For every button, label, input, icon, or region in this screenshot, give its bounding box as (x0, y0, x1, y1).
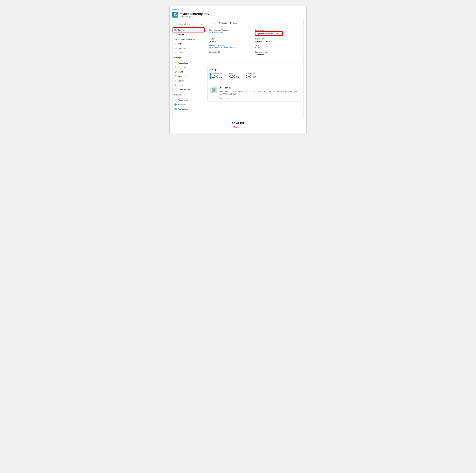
services-section-label: Services (172, 92, 204, 96)
sku-cell: SKU Basic (254, 44, 301, 50)
sidebar-item-label-export-template: Export template (178, 89, 190, 91)
metric-label-additional: Additional stor... (246, 73, 256, 74)
metric-text-used: Used 0.00 GiB (229, 73, 239, 78)
sidebar-item-tags[interactable]: 🏷️ Tags (172, 41, 204, 46)
search-input[interactable] (179, 23, 200, 25)
learn-more-link[interactable]: Learn more (219, 97, 229, 99)
provisioning-value: Succeeded (255, 53, 300, 55)
sidebar-item-label-overview: Overview (178, 29, 185, 31)
tags-icon: 🏷️ (174, 42, 177, 45)
events-icon: ⚡ (174, 51, 177, 54)
collapse-indicator[interactable]: ⌃ (205, 59, 304, 64)
login-server-label: Login server (255, 29, 300, 31)
sidebar: 🔍 « 🌐 Overview 📋 Activity log 👥 Access c… (172, 20, 205, 118)
encryption-icon: 🛡️ (174, 66, 177, 69)
sidebar-item-label-quick-start: Quick start (178, 47, 187, 49)
usage-card: Usage Included in SKU 10.0 GiB (207, 66, 301, 82)
sidebar-item-label-access-control: Access control (IAM) (178, 38, 195, 40)
overview-icon: 🌐 (174, 29, 177, 31)
page-header-text: mycontainerregistry Container registry (180, 12, 209, 18)
acr-tasks-content: ACR Tasks Build, Run, Push and Patch con… (219, 87, 298, 99)
sidebar-item-label-activity-log: Activity log (178, 34, 187, 36)
subscription-cell: Subscription (change) Visual Studio Ente… (207, 44, 254, 50)
acr-tasks-icon: ⚙️ (210, 87, 217, 93)
repositories-icon: ☁️ (174, 99, 177, 101)
sidebar-item-security[interactable]: 🛡️ Security (172, 79, 204, 83)
creation-date-label: Creation date (255, 38, 300, 40)
resource-group-value[interactable]: myresourcegroup (209, 31, 253, 34)
subscription-id-label: Subscription ID (209, 51, 253, 53)
sidebar-item-export-template[interactable]: 📄 Export template (172, 88, 204, 92)
breadcrumb-home[interactable]: Home (172, 9, 177, 11)
provisioning-label: Provisioning state (255, 51, 300, 53)
sidebar-item-events[interactable]: ⚡ Events (172, 50, 204, 55)
subscription-value[interactable]: Visual Studio Enterprise Subscription (209, 47, 253, 49)
update-button[interactable]: ⚙ Update (229, 21, 240, 25)
sidebar-item-access-keys[interactable]: 🔑 Access keys (172, 61, 204, 65)
move-label: Move (211, 22, 216, 24)
sidebar-item-label-webhooks: Webhooks (178, 104, 186, 105)
usage-metrics: Included in SKU 10.0 GiB Used 0. (210, 73, 298, 79)
sidebar-item-label-networking: Networking (178, 75, 187, 77)
metric-value-additional: 0.00 GiB (246, 75, 256, 78)
metric-included-in-sku: Included in SKU 10.0 GiB (210, 73, 223, 79)
metric-bar-included (210, 73, 211, 79)
sidebar-item-repositories[interactable]: ☁️ Repositories (172, 98, 204, 102)
delete-label: Delete (221, 22, 227, 24)
subscription-id-cell: Subscription ID (207, 50, 254, 57)
page-header: 🏗 mycontainerregistry Container registry (172, 12, 304, 18)
networking-icon: ⚙️ (174, 75, 177, 78)
sidebar-item-encryption[interactable]: 🛡️ Encryption (172, 65, 204, 70)
resource-group-cell: Resource group (change) myresourcegroup (207, 28, 254, 37)
sidebar-search-box[interactable]: 🔍 « (174, 22, 204, 26)
security-icon: 🛡️ (174, 80, 177, 82)
update-label: Update (233, 22, 238, 24)
scaler-brand-text: SCALER (172, 122, 304, 125)
delete-button[interactable]: 🗑 Delete (218, 21, 228, 25)
metric-value-used: 0.00 GiB (229, 75, 239, 78)
move-icon: → (208, 22, 210, 24)
login-server-cell: Login server mycontainerregistry.azurecr… (254, 28, 301, 37)
creation-date-value: 8/4/2020, 5:04 PM PDT (255, 40, 300, 42)
sidebar-item-label-identity: Identity (178, 71, 184, 73)
sidebar-item-locks[interactable]: 🔒 Locks (172, 83, 204, 88)
sidebar-item-identity[interactable]: 🔐 Identity (172, 70, 204, 74)
sidebar-item-label-tags: Tags (178, 43, 182, 45)
main-layout: 🔍 « 🌐 Overview 📋 Activity log 👥 Access c… (172, 20, 304, 118)
update-icon: ⚙ (230, 22, 232, 24)
breadcrumb-separator: > (178, 9, 179, 11)
access-keys-icon: 🔑 (174, 62, 177, 64)
sidebar-item-label-access-keys: Access keys (178, 62, 188, 64)
metric-text-additional: Additional stor... 0.00 GiB (246, 73, 256, 78)
toolbar: → Move 🗑 Delete ⚙ Update (205, 20, 304, 26)
metric-additional: Additional stor... 0.00 GiB (244, 73, 256, 79)
sidebar-item-replications[interactable]: 🌍 Replications (172, 107, 204, 111)
collapse-sidebar-button[interactable]: « (201, 23, 202, 25)
sidebar-item-activity-log[interactable]: 📋 Activity log (172, 33, 204, 37)
sidebar-item-webhooks[interactable]: 🌐 Webhooks (172, 102, 204, 107)
sidebar-item-networking[interactable]: ⚙️ Networking (172, 74, 204, 79)
sidebar-item-quick-start[interactable]: ☁️ Quick start (172, 46, 204, 50)
webhooks-icon: 🌐 (174, 103, 177, 106)
content-area: → Move 🗑 Delete ⚙ Update Resource group … (205, 20, 304, 118)
activity-log-icon: 📋 (174, 34, 177, 36)
location-value: West US (209, 40, 253, 42)
sidebar-item-access-control[interactable]: 👥 Access control (IAM) (172, 37, 204, 41)
page-container: Home > 🏗 mycontainerregistry Container r… (170, 6, 306, 134)
login-server-value: mycontainerregistry.azurecr.io (257, 33, 281, 35)
metric-used: Used 0.00 GiB (228, 73, 239, 79)
identity-icon: 🔐 (174, 70, 177, 73)
settings-divider (174, 60, 203, 60)
login-server-box: mycontainerregistry.azurecr.io (255, 31, 283, 36)
sidebar-item-overview[interactable]: 🌐 Overview (172, 27, 204, 33)
replications-icon: 🌍 (174, 108, 177, 110)
move-button[interactable]: → Move (207, 21, 217, 25)
subscription-label: Subscription (change) (209, 45, 253, 47)
sidebar-item-label-events: Events (178, 52, 184, 54)
access-control-icon: 👥 (174, 38, 177, 40)
metric-label-included: Included in SKU (212, 73, 223, 74)
sidebar-item-label-replications: Replications (178, 108, 188, 110)
resource-group-label: Resource group (change) (209, 29, 253, 31)
provisioning-cell: Provisioning state Succeeded (254, 50, 301, 57)
sidebar-item-label-security: Security (178, 80, 184, 82)
